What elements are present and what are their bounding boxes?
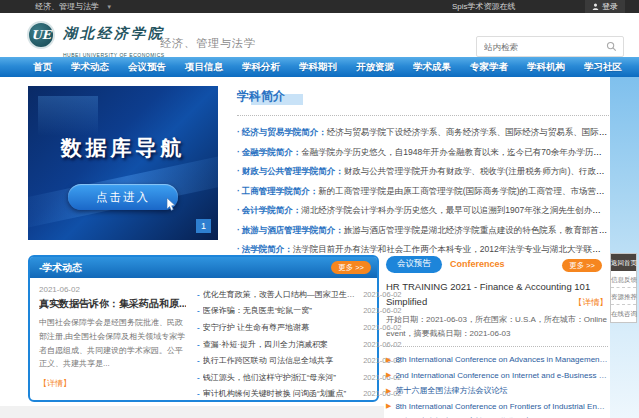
arrow-bullet: ▶ [386, 356, 391, 364]
search-input[interactable] [484, 37, 599, 56]
side-menu-resource-recommend[interactable]: 资源推荐 [611, 288, 636, 305]
featured-news-detail-link[interactable]: 【详情】 [39, 378, 186, 389]
dot-bullet: · [237, 186, 240, 196]
conference-detail-link[interactable]: 【详情】 [571, 296, 608, 309]
nav-item-home[interactable]: 首页 [33, 61, 52, 74]
conferences-panel: 会议预告 Conferences 更多 >> HR TRAINING 2021 … [386, 255, 608, 418]
dot-bullet: · [237, 225, 240, 235]
footer-strip [0, 406, 384, 418]
spis-resource-link[interactable]: Spis学术资源在线 [452, 0, 516, 13]
dash-bullet: - [197, 323, 200, 332]
conference-list-item[interactable]: ▶8th International Conference on Frontie… [386, 399, 608, 415]
news-list-item[interactable]: -安宁疗护 让生命有尊严地谢幕2021-06-02 [197, 319, 402, 336]
banner-page-indicator[interactable]: 1 [196, 219, 211, 233]
intro-item-tourism-hotel[interactable]: ·旅游与酒店管理学院简介：旅游与酒店管理学院是湖北经济学院重点建设的特色院系，教… [237, 221, 609, 241]
site-selector-label: 经济、管理与法学 [35, 2, 99, 11]
intro-item-accounting[interactable]: ·会计学院简介：湖北经济学院会计学科办学历史悠久，最早可以追溯到1907年张之洞… [237, 201, 609, 221]
news-list: -优化生育政策，改善人口结构—国家卫生健康委...2021-06-02 -医保诈… [197, 285, 402, 402]
news-list-item[interactable]: -查漏·补短·提升，四川全力消减积案2021-06-02 [197, 336, 402, 353]
intro-item-finance[interactable]: ·金融学院简介：金融学院办学历史悠久，自1948年开办金融教育以来，迄今已有70… [237, 143, 609, 163]
tab-conferences-en[interactable]: Conferences [450, 259, 505, 269]
featured-news-excerpt: 中国社会保障学会是经国务院批准、民政部注册,由全国社会保障及相关领域专家学者自愿… [39, 316, 186, 371]
featured-conference[interactable]: HR TRAINING 2021 - Finance & Accounting … [386, 280, 608, 309]
dot-bullet: · [237, 166, 240, 176]
nav-item-academic-achievements[interactable]: 学术成果 [413, 61, 451, 74]
conference-list-item[interactable]: ▶第十六届全国法律方法会议论坛 [386, 383, 608, 399]
nav-item-project-info[interactable]: 项目信息 [185, 61, 223, 74]
news-list-item[interactable]: -医保诈骗：无良医患“蛇鼠一窝”2021-06-02 [197, 303, 402, 320]
site-selector-dropdown[interactable]: 经济、管理与法学 ▼ [35, 0, 112, 14]
academic-news-title: -学术动态 [30, 257, 377, 278]
arrow-bullet: ▶ [386, 402, 391, 410]
banner-enter-button[interactable]: 点击进入 [68, 184, 178, 210]
featured-conference-title: HR TRAINING 2021 - Finance & Accounting … [386, 281, 590, 307]
search-icon[interactable] [606, 41, 617, 52]
login-button[interactable]: 登录 [585, 0, 625, 13]
conference-list-item[interactable]: ▶8th International Conference on Advance… [386, 352, 608, 368]
nav-item-learning-community[interactable]: 学习社区 [584, 61, 622, 74]
university-name: 湖北经济学院 [63, 25, 165, 43]
background-sky-strip [610, 77, 639, 418]
side-menu-back-home[interactable]: 返回首页 [611, 254, 636, 271]
university-logo: UE [27, 21, 55, 49]
user-icon [592, 3, 599, 10]
dot-bullet: · [237, 147, 240, 157]
subject-intro-title: 学科简介 [237, 88, 285, 105]
dash-bullet: - [197, 306, 200, 315]
nav-item-open-resources[interactable]: 开放资源 [356, 61, 394, 74]
academic-news-body: 2021-06-02 真实数据告诉你：集采药品和原... 中国社会保障学会是经国… [30, 278, 377, 402]
banner-title: 数据库导航 [28, 134, 218, 162]
nav-item-conference-preview[interactable]: 会议预告 [128, 61, 166, 74]
page: 经济、管理与法学 ▼ Spis学术资源在线 登录 UE 湖北经济学院 HUBEI… [0, 0, 639, 418]
nav-item-subject-institutions[interactable]: 学科机构 [527, 61, 565, 74]
top-bar: 经济、管理与法学 ▼ Spis学术资源在线 登录 [0, 0, 639, 13]
academic-news-header: -学术动态 更多 >> [30, 257, 377, 278]
main-nav: 首页 学术动态 会议预告 项目信息 学科分析 学科期刊 开放资源 学术成果 专家… [0, 57, 639, 77]
dotted-divider [386, 346, 608, 347]
side-menu-online-consult[interactable]: 在线咨询 [611, 305, 636, 322]
nav-item-experts[interactable]: 专家学者 [470, 61, 508, 74]
featured-news-title[interactable]: 真实数据告诉你：集采药品和原... [39, 297, 186, 311]
featured-news-date: 2021-06-02 [39, 285, 186, 294]
featured-conference-meta: 开始日期：2021-06-03，所在国家：U.S.A，所在城市：Online e… [386, 313, 608, 339]
database-banner[interactable]: 数据库导航 点击进入 1 [28, 86, 218, 240]
dotted-divider [237, 115, 609, 116]
conference-list: ▶8th International Conference on Advance… [386, 352, 608, 418]
dash-bullet: - [197, 356, 200, 365]
dash-bullet: - [197, 340, 200, 349]
intro-item-economics-trade[interactable]: ·经济与贸易学院简介：经济与贸易学院下设经济学系、商务经济学系、国际经济与贸易系… [237, 123, 609, 143]
news-list-item[interactable]: -审计机构缘何关键时被换 问询函“划重点”2021-06-02 [197, 386, 402, 403]
conferences-header: 会议预告 Conferences 更多 >> [386, 255, 608, 273]
subject-portal-title: 经济、管理与法学 [160, 36, 256, 51]
cursor-icon [166, 198, 178, 211]
conference-list-item[interactable]: ▶百年历史交汇点的国家治理现代化研究 [386, 414, 608, 418]
intro-item-public-admin[interactable]: ·财政与公共管理学院简介：财政与公共管理学院开办有财政学、税收学(注册税务师方向… [237, 162, 609, 182]
site-search-box [476, 36, 624, 57]
nav-item-academic-news[interactable]: 学术动态 [71, 61, 109, 74]
dash-bullet: - [197, 373, 200, 382]
dot-bullet: · [237, 127, 240, 137]
dot-bullet: · [237, 205, 240, 215]
nav-item-subject-analysis[interactable]: 学科分析 [242, 61, 280, 74]
tab-conference-preview[interactable]: 会议预告 [386, 256, 442, 273]
side-menu-feedback[interactable]: 信息反馈 [611, 271, 636, 288]
subject-intro-section: 学科简介 ·经济与贸易学院简介：经济与贸易学院下设经济学系、商务经济学系、国际经… [237, 86, 609, 260]
arrow-bullet: ▶ [386, 371, 391, 379]
news-list-item[interactable]: -执行工作跨区联动 司法信息全域共享2021-06-02 [197, 352, 402, 369]
site-header: UE 湖北经济学院 HUBEI UNIVERSITY OF ECONOMICS … [0, 13, 639, 57]
featured-news[interactable]: 2021-06-02 真实数据告诉你：集采药品和原... 中国社会保障学会是经国… [39, 285, 186, 402]
conferences-more-button[interactable]: 更多 >> [562, 259, 602, 272]
news-more-button[interactable]: 更多 >> [331, 261, 371, 274]
academic-news-panel: -学术动态 更多 >> 2021-06-02 真实数据告诉你：集采药品和原...… [28, 255, 379, 402]
dash-bullet: - [197, 290, 200, 299]
main-content: 数据库导航 点击进入 1 学科简介 ·经济与贸易学院简介：经济与贸易学院下设经济… [0, 77, 639, 418]
news-list-item[interactable]: -钱江源头，他们这样守护浙江“母亲河”2021-06-02 [197, 369, 402, 386]
university-name-block: 湖北经济学院 HUBEI UNIVERSITY OF ECONOMICS [63, 25, 165, 61]
conference-list-item[interactable]: ▶2nd International Conference on Interne… [386, 367, 608, 383]
login-label: 登录 [602, 2, 618, 11]
dash-bullet: - [197, 389, 200, 398]
news-list-item[interactable]: -优化生育政策，改善人口结构—国家卫生健康委...2021-06-02 [197, 286, 402, 303]
intro-item-business-admin[interactable]: ·工商管理学院简介：新的工商管理学院是由原工商管理学院(国际商务学院)的工商管理… [237, 182, 609, 202]
floating-side-menu: 返回首页 信息反馈 资源推荐 在线咨询 [610, 253, 637, 323]
nav-item-subject-journals[interactable]: 学科期刊 [299, 61, 337, 74]
